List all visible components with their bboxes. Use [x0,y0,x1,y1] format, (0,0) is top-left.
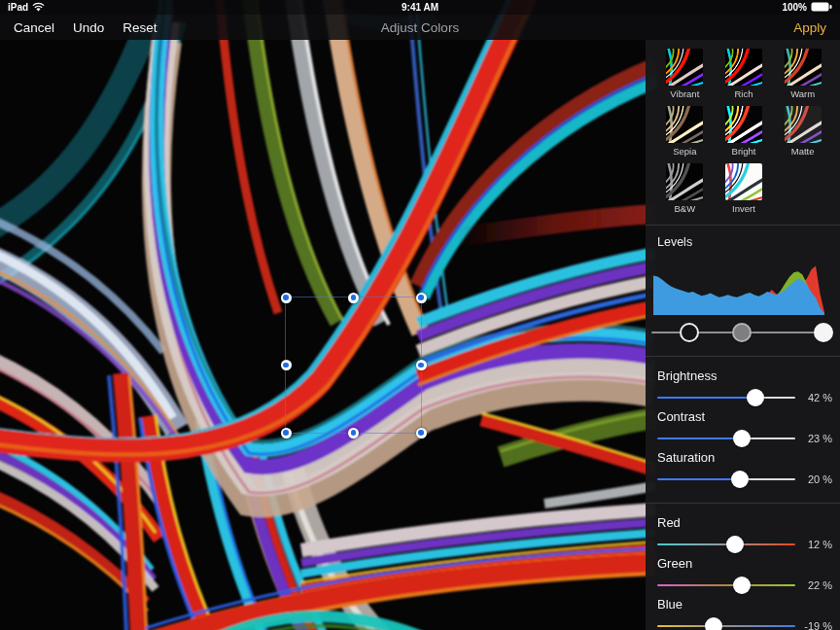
slider-track-saturation[interactable] [657,478,795,480]
preset-label: Matte [791,146,815,157]
preset-matte[interactable]: Matte [773,106,832,157]
slider-label-blue: Blue [657,597,840,612]
slider-label-green: Green [657,556,840,571]
app-screen: iPad 9:41 AM 100% Cancel Undo Rese [0,0,840,630]
selection-handle[interactable] [416,360,427,370]
levels-handle-shadows[interactable] [680,323,699,342]
preset-rich[interactable]: Rich [715,49,774,99]
slider-row-blue: Blue-19 % [646,597,840,630]
preset-thumbnail-rich-icon [725,49,762,86]
preset-label: B&W [675,203,696,214]
preset-thumbnail-bright-icon [725,106,762,143]
preset-b-w[interactable]: B&W [655,163,715,214]
slider-row-contrast: Contrast23 % [646,409,840,447]
selection-box[interactable] [285,297,422,434]
slider-value-green: 22 % [795,579,840,591]
clock: 9:41 AM [0,2,840,13]
preset-thumbnail-b-w-icon [666,163,703,200]
slider-handle-blue[interactable] [705,617,722,630]
levels-slider[interactable] [651,320,832,345]
slider-handle-contrast[interactable] [733,430,751,447]
slider-label-saturation: Saturation [657,450,840,465]
slider-value-red: 12 % [795,539,840,550]
slider-value-contrast: 23 % [795,433,840,444]
battery-icon [811,2,832,14]
slider-row-green: Green22 % [646,556,840,594]
preset-label: Vibrant [670,88,699,99]
levels-heading: Levels [657,235,828,249]
toolbar: Cancel Undo Reset Adjust Colors Apply [0,15,840,40]
preset-label: Warm [790,88,815,99]
apply-button[interactable]: Apply [793,20,826,35]
reset-button[interactable]: Reset [122,20,157,35]
adjust-colors-panel: VibrantRichWarmSepiaBrightMatteB&WInvert… [646,40,840,630]
adjust-group-rgb: Red12 %Green22 %Blue-19 % [646,504,840,630]
preset-thumbnail-vibrant-icon [666,49,703,86]
preset-thumbnail-warm-icon [785,49,822,86]
slider-track-green[interactable] [657,584,795,586]
slider-row-red: Red12 % [646,515,840,553]
slider-track-contrast[interactable] [657,438,795,439]
slider-value-saturation: 20 % [795,473,840,485]
cancel-button[interactable]: Cancel [14,20,54,35]
preset-label: Bright [732,146,756,157]
slider-label-brightness: Brightness [657,368,840,383]
page-title: Adjust Colors [175,20,665,35]
levels-handle-midtones[interactable] [732,323,752,342]
preset-thumbnail-matte-icon [785,106,822,143]
selection-handle[interactable] [416,428,427,438]
preset-sepia[interactable]: Sepia [655,106,715,157]
slider-track-blue[interactable] [657,625,795,627]
slider-handle-saturation[interactable] [731,471,749,488]
slider-row-saturation: Saturation20 % [646,450,840,488]
separator [646,225,840,226]
preset-label: Invert [732,203,755,214]
preset-invert[interactable]: Invert [715,163,774,214]
selection-handle[interactable] [281,293,292,303]
slider-value-brightness: 42 % [795,392,840,403]
carrier-label: iPad [8,2,28,13]
slider-handle-green[interactable] [733,577,751,594]
preset-bright[interactable]: Bright [715,106,774,157]
selection-handle[interactable] [281,360,292,370]
slider-value-blue: -19 % [795,620,840,630]
slider-track-brightness[interactable] [657,397,795,399]
slider-handle-red[interactable] [726,536,744,553]
selection-handle[interactable] [348,293,359,303]
selection-handle[interactable] [416,293,427,303]
selection-handle[interactable] [281,428,292,438]
preset-thumbnail-invert-icon [725,163,762,200]
slider-row-brightness: Brightness42 % [646,368,840,406]
levels-histogram [653,264,824,315]
levels-handle-highlights[interactable] [814,323,833,342]
preset-warm[interactable]: Warm [773,49,832,99]
preset-label: Sepia [673,146,696,157]
undo-button[interactable]: Undo [73,20,104,35]
preset-thumbnail-sepia-icon [666,106,703,143]
preset-vibrant[interactable]: Vibrant [655,49,715,99]
wifi-icon [32,2,45,14]
slider-label-contrast: Contrast [657,409,840,424]
preset-grid: VibrantRichWarmSepiaBrightMatteB&WInvert [646,49,840,214]
slider-label-red: Red [657,515,840,530]
selection-handle[interactable] [348,428,359,438]
preset-label: Rich [734,88,752,99]
slider-handle-brightness[interactable] [747,389,764,406]
adjust-group-basic: Brightness42 %Contrast23 %Saturation20 % [646,357,840,492]
battery-percent: 100% [782,2,807,13]
status-bar: iPad 9:41 AM 100% [0,0,840,15]
